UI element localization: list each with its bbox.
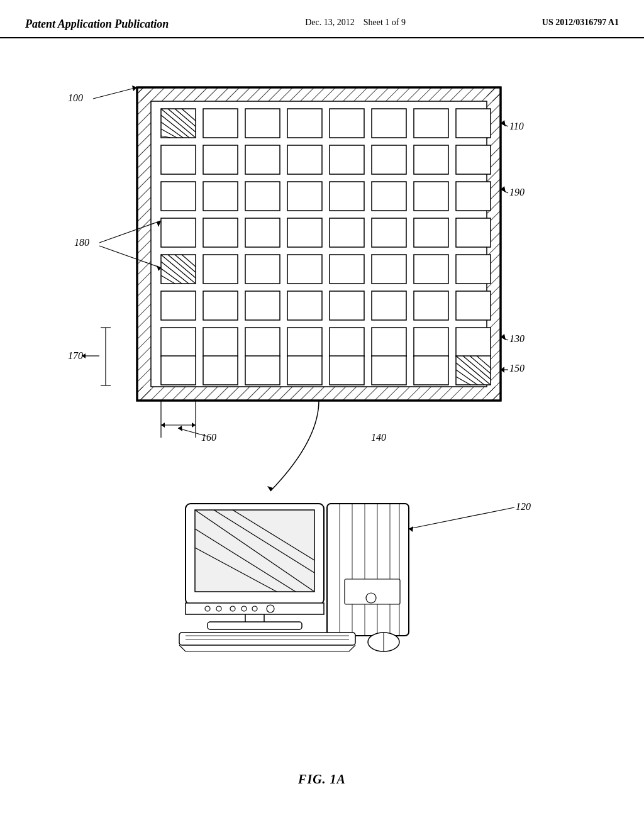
- svg-rect-71: [456, 291, 491, 320]
- svg-line-96: [93, 87, 137, 99]
- svg-text:140: 140: [371, 432, 386, 443]
- svg-rect-61: [372, 255, 406, 284]
- svg-rect-60: [330, 255, 364, 284]
- svg-rect-70: [414, 291, 448, 320]
- svg-rect-42: [203, 218, 238, 247]
- svg-line-162: [409, 507, 514, 529]
- svg-rect-86: [414, 356, 448, 385]
- svg-rect-63: [456, 255, 491, 284]
- page-header: Patent Application Publication Dec. 13, …: [0, 0, 644, 38]
- svg-rect-24: [456, 109, 491, 138]
- svg-rect-84: [330, 356, 364, 385]
- svg-rect-4: [137, 87, 151, 401]
- svg-rect-26: [203, 145, 238, 174]
- svg-rect-85: [372, 356, 406, 385]
- svg-text:170: 170: [68, 350, 83, 361]
- svg-rect-64: [161, 291, 196, 320]
- svg-rect-45: [330, 218, 364, 247]
- svg-rect-77: [372, 328, 406, 357]
- svg-rect-2: [137, 87, 501, 101]
- svg-rect-18: [203, 109, 238, 138]
- svg-rect-32: [456, 145, 491, 174]
- svg-rect-83: [287, 356, 322, 385]
- svg-rect-41: [161, 218, 196, 247]
- svg-rect-72: [161, 328, 196, 357]
- svg-rect-140: [186, 603, 324, 614]
- figure-label: FIG. 1A: [298, 772, 346, 787]
- svg-marker-128: [178, 426, 182, 431]
- svg-rect-80: [161, 356, 196, 385]
- svg-rect-82: [245, 356, 280, 385]
- svg-rect-78: [414, 328, 448, 357]
- svg-rect-156: [179, 633, 355, 645]
- svg-rect-37: [330, 182, 364, 211]
- svg-rect-21: [330, 109, 364, 138]
- svg-rect-34: [203, 182, 238, 211]
- svg-rect-43: [245, 218, 280, 247]
- svg-text:150: 150: [509, 363, 525, 374]
- svg-rect-47: [414, 218, 448, 247]
- date-sheet: Dec. 13, 2012 Sheet 1 of 9: [305, 18, 406, 28]
- svg-rect-66: [245, 291, 280, 320]
- svg-text:110: 110: [509, 121, 524, 131]
- svg-marker-163: [409, 526, 413, 532]
- svg-rect-29: [330, 145, 364, 174]
- svg-rect-19: [245, 109, 280, 138]
- svg-rect-30: [372, 145, 406, 174]
- svg-rect-75: [287, 328, 322, 357]
- svg-rect-22: [372, 109, 406, 138]
- svg-text:130: 130: [509, 333, 525, 344]
- svg-rect-25: [161, 145, 196, 174]
- svg-rect-69: [372, 291, 406, 320]
- svg-rect-62: [414, 255, 448, 284]
- svg-rect-23: [414, 109, 448, 138]
- diagram-area: 100 110 190 130 150 180 170: [0, 38, 644, 812]
- svg-text:190: 190: [509, 187, 525, 197]
- svg-rect-46: [372, 218, 406, 247]
- svg-rect-73: [203, 328, 238, 357]
- svg-rect-59: [287, 255, 322, 284]
- svg-rect-67: [287, 291, 322, 320]
- svg-rect-38: [372, 182, 406, 211]
- svg-text:160: 160: [201, 432, 216, 443]
- svg-rect-79: [456, 328, 491, 357]
- svg-marker-130: [267, 486, 273, 491]
- svg-rect-147: [327, 504, 409, 636]
- svg-rect-58: [245, 255, 280, 284]
- svg-rect-39: [414, 182, 448, 211]
- publication-type: Patent Application Publication: [25, 18, 169, 31]
- svg-rect-31: [414, 145, 448, 174]
- svg-rect-68: [330, 291, 364, 320]
- svg-rect-81: [203, 356, 238, 385]
- svg-rect-76: [330, 328, 364, 357]
- svg-rect-36: [287, 182, 322, 211]
- svg-rect-57: [203, 255, 238, 284]
- svg-rect-48: [456, 218, 491, 247]
- svg-text:180: 180: [74, 237, 89, 248]
- svg-rect-3: [137, 387, 501, 401]
- svg-rect-74: [245, 328, 280, 357]
- svg-point-155: [366, 593, 376, 603]
- svg-rect-20: [287, 109, 322, 138]
- patent-number: US 2012/0316797 A1: [542, 18, 619, 28]
- svg-marker-125: [161, 423, 165, 428]
- svg-rect-139: [208, 622, 302, 629]
- svg-marker-126: [192, 423, 196, 428]
- svg-text:120: 120: [516, 501, 531, 512]
- svg-rect-27: [245, 145, 280, 174]
- svg-rect-33: [161, 182, 196, 211]
- svg-rect-28: [287, 145, 322, 174]
- svg-rect-44: [287, 218, 322, 247]
- svg-text:100: 100: [68, 92, 83, 103]
- svg-rect-65: [203, 291, 238, 320]
- svg-rect-40: [456, 182, 491, 211]
- svg-rect-35: [245, 182, 280, 211]
